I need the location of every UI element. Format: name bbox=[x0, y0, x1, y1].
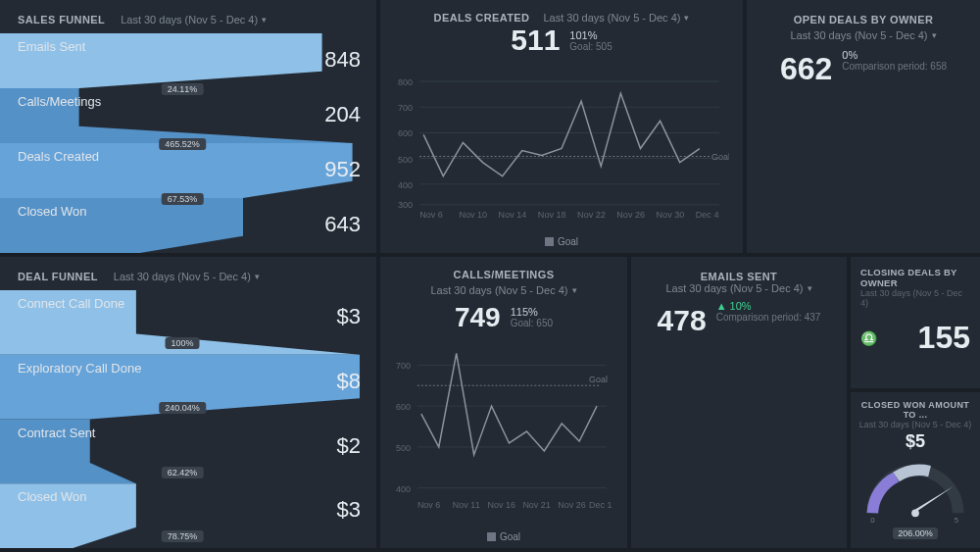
period-label: Last 30 days (Nov 5 - Dec 4) bbox=[790, 29, 927, 41]
closing-value: 155 bbox=[884, 320, 970, 356]
svg-text:Dec 1: Dec 1 bbox=[589, 500, 612, 510]
sales-funnel-title: SALES FUNNEL bbox=[18, 14, 105, 25]
funnel-stage-value: 952 bbox=[324, 157, 361, 182]
svg-text:Nov 6: Nov 6 bbox=[417, 500, 440, 510]
goal-legend[interactable]: Goal bbox=[394, 232, 729, 249]
funnel-stage-pct: 240.04% bbox=[159, 402, 206, 414]
emails-value: 478 bbox=[658, 304, 707, 337]
deal-funnel-chart: Connect Call Done $3 100% 240.04% Explor… bbox=[0, 290, 365, 548]
svg-text:400: 400 bbox=[396, 484, 411, 494]
calls-value: 749 bbox=[455, 302, 501, 333]
closing-deals-card: CLOSING DEALS BY OWNER Last 30 days (Nov… bbox=[851, 257, 980, 388]
funnel-stage-label: Connect Call Done bbox=[18, 296, 124, 311]
goal-legend-label: Goal bbox=[558, 236, 578, 247]
svg-text:Nov 18: Nov 18 bbox=[538, 210, 566, 220]
funnel-stage-value: $2 bbox=[337, 433, 361, 459]
calls-pct: 115% bbox=[511, 306, 553, 318]
funnel-stage-pct: 100% bbox=[165, 337, 199, 349]
svg-text:5: 5 bbox=[955, 516, 958, 523]
svg-text:Nov 16: Nov 16 bbox=[488, 500, 515, 510]
funnel-stage-label: Calls/Meetings bbox=[18, 94, 101, 109]
closing-title: CLOSING DEALS BY OWNER bbox=[860, 267, 970, 288]
svg-text:Nov 6: Nov 6 bbox=[419, 210, 443, 220]
funnel-stage-pct: 465.52% bbox=[159, 138, 206, 150]
open-deals-pct: 0% bbox=[842, 49, 947, 61]
emails-title: EMAILS SENT bbox=[701, 271, 777, 282]
funnel-stage-pct: 67.53% bbox=[162, 193, 204, 205]
emails-period[interactable]: Last 30 days (Nov 5 - Dec 4) ▾ bbox=[665, 282, 811, 294]
svg-text:700: 700 bbox=[396, 361, 411, 371]
period-label: Last 30 days (Nov 5 - Dec 4) bbox=[114, 271, 251, 282]
svg-text:600: 600 bbox=[396, 402, 411, 412]
funnel-stage-value: 204 bbox=[324, 102, 361, 127]
goal-legend[interactable]: Goal bbox=[394, 527, 613, 544]
period-label: Last 30 days (Nov 5 - Dec 4) bbox=[430, 284, 567, 296]
sales-funnel-chart: Emails Sent 848 24.11% Calls/Meetings 20… bbox=[0, 33, 365, 253]
funnel-stage-label: Exploratory Call Done bbox=[18, 361, 141, 376]
calls-period[interactable]: Last 30 days (Nov 5 - Dec 4) ▾ bbox=[394, 284, 613, 296]
svg-text:Goal: Goal bbox=[589, 375, 608, 384]
open-deals-period[interactable]: Last 30 days (Nov 5 - Dec 4) ▾ bbox=[790, 29, 936, 41]
svg-text:Nov 26: Nov 26 bbox=[558, 500, 585, 510]
svg-text:800: 800 bbox=[398, 77, 413, 87]
deals-created-title: DEALS CREATED bbox=[434, 12, 530, 24]
funnel-stage-label: Deals Created bbox=[18, 149, 99, 164]
deals-created-card: DEALS CREATED Last 30 days (Nov 5 - Dec … bbox=[380, 0, 743, 253]
goal-checkbox-icon[interactable] bbox=[545, 237, 554, 246]
funnel-stage-label: Closed Won bbox=[18, 489, 87, 504]
funnel-stage-value: 643 bbox=[324, 212, 361, 237]
emails-comparison: Comparison period: 437 bbox=[716, 312, 821, 323]
period-label: Last 30 days (Nov 5 - Dec 4) bbox=[543, 12, 680, 24]
closed-won-period[interactable]: Last 30 days (Nov 5 - Dec 4) bbox=[857, 420, 974, 429]
open-deals-title: OPEN DEALS BY OWNER bbox=[794, 14, 933, 25]
closed-won-title: CLOSED WON AMOUNT TO ... bbox=[857, 400, 974, 420]
deals-created-chart: 800700600 500400300 Nov 6Nov 10Nov 14 No… bbox=[394, 59, 729, 232]
closing-period[interactable]: Last 30 days (Nov 5 - Dec 4) bbox=[860, 288, 970, 308]
calls-chart: 700600 500400 Nov 6Nov 11Nov 16 Nov 21No… bbox=[394, 337, 613, 527]
svg-text:700: 700 bbox=[398, 103, 413, 113]
deals-created-goal: Goal: 505 bbox=[569, 41, 612, 52]
goal-legend-label: Goal bbox=[500, 531, 520, 542]
funnel-stage-pct: 78.75% bbox=[162, 530, 204, 542]
svg-text:Nov 21: Nov 21 bbox=[522, 500, 550, 510]
svg-text:Nov 26: Nov 26 bbox=[616, 210, 645, 220]
trophy-icon: ♎ bbox=[860, 330, 876, 346]
closed-won-amount-card: CLOSED WON AMOUNT TO ... Last 30 days (N… bbox=[851, 392, 980, 548]
goal-checkbox-icon[interactable] bbox=[487, 532, 496, 541]
open-deals-card: OPEN DEALS BY OWNER Last 30 days (Nov 5 … bbox=[747, 0, 980, 253]
gauge-chart: 0 5 bbox=[857, 456, 974, 523]
svg-text:Nov 14: Nov 14 bbox=[499, 210, 527, 220]
svg-text:Dec 4: Dec 4 bbox=[696, 210, 719, 220]
svg-text:300: 300 bbox=[398, 200, 413, 210]
sales-funnel-card: SALES FUNNEL Last 30 days (Nov 5 - Dec 4… bbox=[0, 0, 376, 253]
deal-funnel-title: DEAL FUNNEL bbox=[18, 271, 98, 282]
funnel-stage-value: 848 bbox=[324, 47, 361, 73]
funnel-stage-pct: 62.42% bbox=[162, 467, 204, 478]
sales-funnel-period[interactable]: Last 30 days (Nov 5 - Dec 4) ▾ bbox=[121, 14, 267, 25]
open-deals-comparison: Comparison period: 658 bbox=[842, 61, 947, 72]
svg-text:400: 400 bbox=[398, 180, 413, 190]
calls-title: CALLS/MEETINGS bbox=[394, 269, 613, 280]
chevron-down-icon: ▾ bbox=[262, 15, 267, 25]
emails-growth: ▲ 10% bbox=[716, 300, 821, 312]
svg-text:Nov 30: Nov 30 bbox=[657, 210, 685, 220]
chevron-down-icon: ▾ bbox=[684, 13, 689, 23]
funnel-stage-pct: 24.11% bbox=[162, 83, 204, 95]
deals-created-value: 511 bbox=[511, 25, 560, 55]
funnel-stage-label: Contract Sent bbox=[18, 426, 96, 440]
deals-created-period[interactable]: Last 30 days (Nov 5 - Dec 4) ▾ bbox=[543, 12, 689, 24]
svg-text:Goal: Goal bbox=[711, 152, 729, 162]
gauge-pct: 206.00% bbox=[893, 527, 938, 539]
period-label: Last 30 days (Nov 5 - Dec 4) bbox=[665, 282, 803, 294]
svg-text:500: 500 bbox=[398, 155, 413, 165]
emails-card: EMAILS SENT Last 30 days (Nov 5 - Dec 4)… bbox=[631, 257, 847, 548]
deal-funnel-period[interactable]: Last 30 days (Nov 5 - Dec 4) ▾ bbox=[114, 271, 260, 282]
calls-goal: Goal: 650 bbox=[511, 318, 553, 328]
chevron-down-icon: ▾ bbox=[808, 283, 812, 293]
closed-won-value: $5 bbox=[857, 431, 974, 452]
chevron-down-icon: ▾ bbox=[255, 272, 260, 281]
calls-card: CALLS/MEETINGS Last 30 days (Nov 5 - Dec… bbox=[380, 257, 627, 548]
funnel-stage-label: Emails Sent bbox=[18, 39, 85, 54]
svg-text:Nov 10: Nov 10 bbox=[459, 210, 487, 220]
funnel-stage-value: $3 bbox=[337, 304, 361, 329]
